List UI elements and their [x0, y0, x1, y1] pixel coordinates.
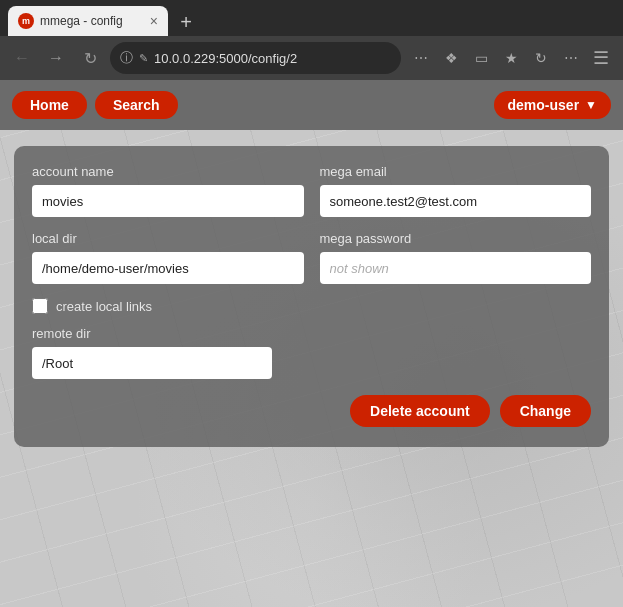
- sync-button[interactable]: ↻: [527, 44, 555, 72]
- new-tab-button[interactable]: +: [172, 8, 200, 36]
- remote-dir-label: remote dir: [32, 326, 272, 341]
- reload-button[interactable]: ↻: [76, 44, 104, 72]
- address-text[interactable]: 10.0.0.229:5000/config/2: [154, 51, 391, 66]
- tab-close-button[interactable]: ×: [150, 13, 158, 29]
- create-local-links-label: create local links: [56, 299, 152, 314]
- tab-bar: m mmega - config × +: [0, 0, 623, 36]
- form-card: account name mega email local dir mega p…: [14, 146, 609, 447]
- mega-email-input[interactable]: [320, 185, 592, 217]
- form-actions: Delete account Change: [32, 395, 591, 427]
- tab-title: mmega - config: [40, 14, 144, 28]
- account-name-label: account name: [32, 164, 304, 179]
- search-button[interactable]: Search: [95, 91, 178, 119]
- browser-frame: m mmega - config × + ← → ↻ ⓘ ✎ 10.0.0.22…: [0, 0, 623, 607]
- chevron-down-icon: ▼: [585, 98, 597, 112]
- edit-icon: ✎: [139, 52, 148, 65]
- address-actions: ⋯ ❖ ▭ ★ ↻ ⋯ ☰: [407, 44, 615, 72]
- create-local-links-checkbox[interactable]: [32, 298, 48, 314]
- col-mega-password: mega password: [320, 231, 592, 284]
- pocket-button[interactable]: ❖: [437, 44, 465, 72]
- extensions-button[interactable]: ⋯: [407, 44, 435, 72]
- user-label: demo-user: [508, 97, 580, 113]
- account-name-input[interactable]: [32, 185, 304, 217]
- page-content: Home Search demo-user ▼ account name meg…: [0, 80, 623, 607]
- star-button[interactable]: ★: [497, 44, 525, 72]
- local-dir-label: local dir: [32, 231, 304, 246]
- menu-button[interactable]: ☰: [587, 44, 615, 72]
- mega-email-label: mega email: [320, 164, 592, 179]
- remote-dir-input[interactable]: [32, 347, 272, 379]
- forward-button[interactable]: →: [42, 44, 70, 72]
- row-localdir-password: local dir mega password: [32, 231, 591, 284]
- col-remote-dir: remote dir: [32, 326, 272, 379]
- remote-dir-row: remote dir: [32, 326, 591, 379]
- mega-password-label: mega password: [320, 231, 592, 246]
- address-bar: ← → ↻ ⓘ ✎ 10.0.0.229:5000/config/2 ⋯ ❖ ▭…: [0, 36, 623, 80]
- active-tab: m mmega - config ×: [8, 6, 168, 36]
- home-button[interactable]: Home: [12, 91, 87, 119]
- info-icon: ⓘ: [120, 49, 133, 67]
- local-dir-input[interactable]: [32, 252, 304, 284]
- delete-account-button[interactable]: Delete account: [350, 395, 490, 427]
- checkbox-row: create local links: [32, 298, 591, 314]
- col-account-name: account name: [32, 164, 304, 217]
- back-button[interactable]: ←: [8, 44, 36, 72]
- col-local-dir: local dir: [32, 231, 304, 284]
- screenshot-button[interactable]: ▭: [467, 44, 495, 72]
- tab-favicon: m: [18, 13, 34, 29]
- app-header: Home Search demo-user ▼: [0, 80, 623, 130]
- change-button[interactable]: Change: [500, 395, 591, 427]
- col-mega-email: mega email: [320, 164, 592, 217]
- mega-password-input[interactable]: [320, 252, 592, 284]
- more-tools-button[interactable]: ⋯: [557, 44, 585, 72]
- user-menu-button[interactable]: demo-user ▼: [494, 91, 611, 119]
- row-account-email: account name mega email: [32, 164, 591, 217]
- address-input-wrap: ⓘ ✎ 10.0.0.229:5000/config/2: [110, 42, 401, 74]
